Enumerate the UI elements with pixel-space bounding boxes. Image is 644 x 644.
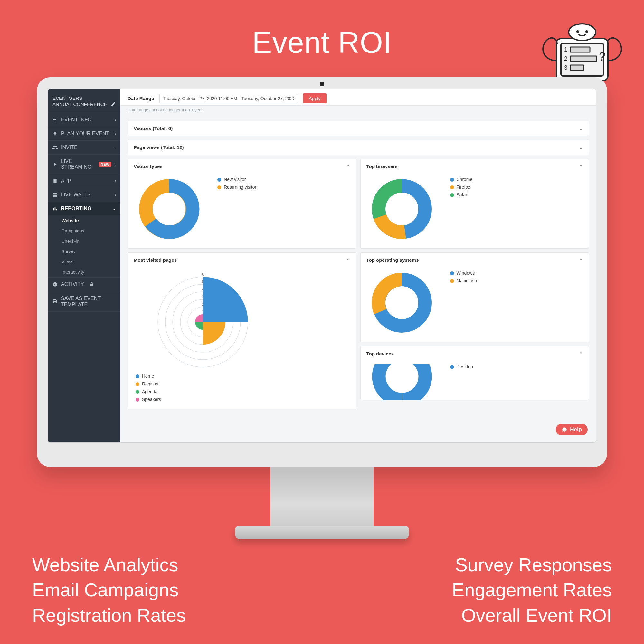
app-screen: EVENTGERS ANNUAL CONFERENCE EVENT INFO ‹… (48, 89, 596, 443)
chevron-down-icon: ⌄ (113, 206, 116, 211)
legend-label: Macintosh (457, 278, 477, 283)
feature-item: Engagement Rates (452, 577, 612, 602)
clock-icon (52, 282, 58, 287)
feature-item: Email Campaigns (32, 577, 186, 602)
lock-icon (89, 282, 94, 287)
panel-title: Top browsers (366, 164, 398, 169)
svg-rect-10 (571, 56, 596, 61)
panel-title: Visitors (Total: 6) (134, 126, 173, 131)
top-devices-chart (366, 364, 437, 400)
top-devices-legend: Desktop (450, 364, 473, 400)
panel-top-browsers: Top browsers ⌃ Chrome Firefox (360, 159, 589, 249)
date-range-note: Date range cannot be longer than 1 year. (120, 106, 596, 117)
svg-rect-11 (571, 65, 583, 70)
grid-icon (52, 192, 58, 197)
event-name: ANNUAL CONFERENCE (52, 101, 107, 107)
top-os-chart (366, 270, 437, 335)
sidebar-sub-survey[interactable]: Survey (48, 246, 120, 257)
sidebar-sub-website[interactable]: Website (48, 215, 120, 226)
help-button[interactable]: Help (556, 424, 588, 435)
feature-item: Registration Rates (32, 603, 186, 628)
apply-button[interactable]: Apply (303, 93, 327, 103)
monitor-stand (270, 467, 374, 535)
legend-label: Speakers (142, 397, 161, 402)
sidebar-sub-checkin[interactable]: Check-in (48, 236, 120, 246)
sidebar-sub-views[interactable]: Views (48, 257, 120, 267)
chevron-down-icon: ⌄ (579, 126, 583, 131)
panel-title: Visitor types (134, 164, 163, 169)
svg-rect-9 (571, 47, 590, 52)
chevron-down-icon: ⌄ (579, 145, 583, 150)
panel-visitor-types-header[interactable]: Visitor types ⌃ (128, 159, 356, 174)
sidebar-item-plan-event[interactable]: PLAN YOUR EVENT ‹ (48, 127, 120, 140)
sidebar-item-live-streaming[interactable]: LIVE STREAMING NEW ‹ (48, 154, 120, 174)
sidebar-item-label: APP (61, 178, 71, 184)
edit-icon[interactable] (111, 101, 116, 108)
chevron-left-icon: ‹ (115, 131, 116, 136)
chevron-left-icon: ‹ (115, 118, 116, 122)
most-visited-chart: 6 5 4 3 2 1 (134, 270, 272, 370)
new-badge: NEW (99, 162, 111, 167)
legend-label: Desktop (457, 364, 473, 369)
feature-item: Survey Responses (452, 552, 612, 577)
help-label: Help (570, 426, 582, 433)
svg-point-4 (585, 30, 588, 33)
chevron-left-icon: ‹ (115, 162, 116, 166)
sidebar-item-event-info[interactable]: EVENT INFO ‹ (48, 113, 120, 127)
legend-label: Chrome (457, 177, 473, 182)
sidebar-item-label: REPORTING (61, 206, 91, 212)
feature-item: Website Analytics (32, 552, 186, 577)
chevron-up-icon: ⌃ (579, 164, 583, 169)
svg-text:1: 1 (564, 46, 567, 53)
main-content: Date Range Apply Date range cannot be lo… (120, 89, 596, 442)
svg-point-3 (576, 30, 579, 33)
legend-label: Returning visitor (224, 185, 256, 190)
chart-icon (52, 206, 58, 211)
panel-title: Top devices (366, 351, 394, 356)
chevron-up-icon: ⌃ (346, 164, 350, 169)
sidebar-sub-campaigns[interactable]: Campaigns (48, 226, 120, 236)
panel-title: Most visited pages (134, 257, 177, 263)
chevron-left-icon: ‹ (115, 193, 116, 197)
feature-item: Overall Event ROI (452, 603, 612, 628)
sidebar-item-label: LIVE WALLS (61, 192, 91, 198)
axis-label: 6 (202, 272, 204, 277)
sidebar-item-activity[interactable]: ACTIVITY (48, 277, 120, 291)
chevron-left-icon: ‹ (115, 179, 116, 183)
panel-top-os-header[interactable]: Top operating systems ⌃ (361, 253, 589, 267)
sidebar-sub-interactivity[interactable]: Interactivity (48, 267, 120, 277)
sidebar-item-label: INVITE (61, 145, 78, 150)
top-browsers-legend: Chrome Firefox Safari (450, 177, 473, 241)
panel-most-visited-header[interactable]: Most visited pages ⌃ (128, 253, 356, 267)
legend-label: Register (142, 381, 159, 386)
sliders-icon (52, 117, 58, 122)
sidebar-item-save-template[interactable]: SAVE AS EVENT TEMPLATE (48, 291, 120, 312)
panel-top-devices-header[interactable]: Top devices ⌃ (361, 346, 589, 361)
save-icon (52, 299, 58, 304)
sidebar-item-invite[interactable]: INVITE ‹ (48, 140, 120, 154)
feature-list: Website Analytics Email Campaigns Regist… (0, 552, 644, 628)
sidebar-event-title[interactable]: EVENTGERS ANNUAL CONFERENCE (48, 89, 120, 113)
panel-top-browsers-header[interactable]: Top browsers ⌃ (361, 159, 589, 174)
sidebar: EVENTGERS ANNUAL CONFERENCE EVENT INFO ‹… (48, 89, 120, 442)
sidebar-item-live-walls[interactable]: LIVE WALLS ‹ (48, 188, 120, 202)
svg-text:2: 2 (564, 55, 567, 62)
most-visited-legend: Home Register Agenda Speakers (134, 374, 350, 402)
sidebar-item-label: ACTIVITY (61, 281, 84, 287)
date-range-bar: Date Range Apply (120, 89, 596, 106)
sidebar-item-label: PLAN YOUR EVENT (61, 131, 109, 137)
svg-text:3: 3 (564, 64, 567, 71)
phone-icon (52, 178, 58, 184)
chevron-up-icon: ⌃ (579, 351, 583, 356)
date-range-input[interactable] (159, 94, 298, 103)
legend-label: New visitor (224, 177, 246, 182)
panel-pageviews-header[interactable]: Page views (Total: 12) ⌄ (128, 140, 589, 155)
panel-top-devices: Top devices ⌃ Desktop (360, 346, 589, 400)
panel-visitors-header[interactable]: Visitors (Total: 6) ⌄ (128, 121, 589, 136)
panel-top-os: Top operating systems ⌃ Windows (360, 252, 589, 342)
sidebar-item-app[interactable]: APP ‹ (48, 174, 120, 188)
play-icon (52, 162, 58, 167)
users-icon (52, 145, 58, 150)
sidebar-item-reporting[interactable]: REPORTING ⌄ (48, 202, 120, 215)
panel-visitors: Visitors (Total: 6) ⌄ (128, 121, 589, 136)
